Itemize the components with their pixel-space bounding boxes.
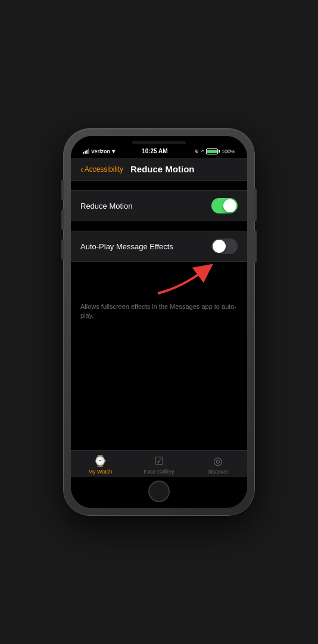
tab-discover-label: Discover [207,469,228,475]
tab-bar: ⌚ My Watch ☑ Face Gallery ◎ Discover [71,450,247,477]
page-title: Reduce Motion [130,164,195,174]
chevron-left-icon: ‹ [80,165,83,174]
discover-icon: ◎ [213,454,223,467]
home-area [71,477,247,508]
back-button[interactable]: ‹ Accessibility [80,165,123,174]
toggle-thumb [223,199,236,212]
red-arrow-svg [146,264,217,296]
tab-face-gallery[interactable]: ☑ Face Gallery [130,454,189,475]
auto-play-toggle-thumb [213,240,226,253]
reduce-motion-label: Reduce Motion [80,202,132,210]
location-icon: ⊕ ↗ [195,148,204,154]
status-bar: Verizon ▾ 10:25 AM ⊕ ↗ 100% [80,147,238,156]
back-label: Accessibility [85,165,123,174]
face-gallery-icon: ☑ [154,454,164,467]
top-bar: Verizon ▾ 10:25 AM ⊕ ↗ 100% [71,136,247,158]
battery-percent: 100% [222,148,235,154]
auto-play-row: Auto-Play Message Effects [71,231,247,262]
reduce-motion-row: Reduce Motion [71,190,247,221]
speaker-notch [132,141,186,144]
battery-indicator [206,148,220,154]
status-left: Verizon ▾ [83,148,115,154]
settings-content: Reduce Motion Auto-Play Message Effects [71,181,247,450]
signal-bars [83,149,89,154]
auto-play-description: Allows fullscreen effects in the Message… [71,298,247,330]
tab-face-gallery-label: Face Gallery [144,469,174,475]
tab-my-watch-label: My Watch [89,469,113,475]
tab-my-watch[interactable]: ⌚ My Watch [71,454,130,475]
reduce-motion-toggle[interactable] [211,198,238,213]
auto-play-label: Auto-Play Message Effects [80,242,173,251]
time-display: 10:25 AM [142,148,168,154]
phone-screen: Verizon ▾ 10:25 AM ⊕ ↗ 100% [71,136,247,508]
phone-frame: Verizon ▾ 10:25 AM ⊕ ↗ 100% [64,129,254,515]
nav-header: ‹ Accessibility Reduce Motion [71,158,247,181]
status-right: ⊕ ↗ 100% [195,148,235,154]
auto-play-section: Auto-Play Message Effects [71,231,247,330]
reduce-motion-section: Reduce Motion [71,190,247,221]
wifi-icon: ▾ [112,148,115,154]
arrow-annotation [71,262,247,298]
watch-icon: ⌚ [93,454,107,467]
tab-discover[interactable]: ◎ Discover [188,454,247,475]
auto-play-toggle[interactable] [211,239,238,254]
carrier-label: Verizon [91,148,110,154]
home-button[interactable] [148,481,170,502]
